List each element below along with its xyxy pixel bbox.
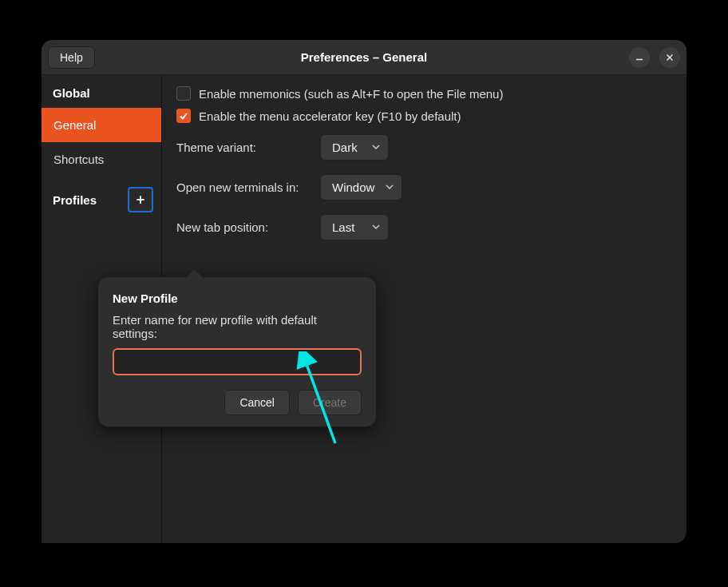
label-theme: Theme variant: xyxy=(176,141,312,154)
chevron-down-icon xyxy=(372,143,380,151)
label-accelerator: Enable the menu accelerator key (F10 by … xyxy=(199,109,461,123)
minimize-icon xyxy=(635,53,644,62)
select-open-in[interactable]: Window xyxy=(320,174,402,200)
close-icon xyxy=(665,53,675,62)
chevron-down-icon xyxy=(372,223,380,231)
row-open-in: Open new terminals in: Window xyxy=(176,171,672,203)
sidebar-header-profiles: Profiles + xyxy=(42,176,161,223)
window-title: Preferences – General xyxy=(42,50,686,64)
row-theme: Theme variant: Dark xyxy=(176,131,672,163)
row-mnemonics: Enable mnemonics (such as Alt+F to open … xyxy=(176,86,672,101)
minimize-button[interactable] xyxy=(629,47,650,68)
check-icon xyxy=(179,111,188,121)
plus-icon: + xyxy=(136,192,145,207)
popover-title: New Profile xyxy=(113,292,362,305)
select-theme[interactable]: Dark xyxy=(320,134,389,161)
preferences-window: Help Preferences – General Global Genera… xyxy=(42,40,686,543)
select-theme-value: Dark xyxy=(332,141,358,154)
label-tab-pos: New tab position: xyxy=(176,220,312,234)
label-mnemonics: Enable mnemonics (such as Alt+F to open … xyxy=(199,87,503,101)
create-button[interactable]: Create xyxy=(298,390,362,415)
add-profile-button[interactable]: + xyxy=(128,187,153,212)
profiles-label: Profiles xyxy=(53,193,97,207)
select-tab-pos[interactable]: Last xyxy=(320,214,389,240)
new-profile-popover: New Profile Enter name for new profile w… xyxy=(97,276,377,427)
profile-name-input[interactable] xyxy=(113,348,362,375)
sidebar-item-general[interactable]: General xyxy=(42,108,161,142)
select-open-in-value: Window xyxy=(332,180,374,194)
sidebar-item-shortcuts[interactable]: Shortcuts xyxy=(42,142,161,176)
close-button[interactable] xyxy=(659,47,680,68)
popover-actions: Cancel Create xyxy=(113,390,362,415)
checkbox-mnemonics[interactable] xyxy=(176,86,191,101)
checkbox-accelerator[interactable] xyxy=(176,109,191,123)
titlebar: Help Preferences – General xyxy=(42,40,686,75)
select-tab-pos-value: Last xyxy=(332,220,354,234)
help-button[interactable]: Help xyxy=(48,46,95,69)
chevron-down-icon xyxy=(386,183,394,191)
cancel-button[interactable]: Cancel xyxy=(224,390,290,415)
window-controls xyxy=(629,47,680,68)
sidebar-header-global: Global xyxy=(42,75,161,108)
popover-subtitle: Enter name for new profile with default … xyxy=(113,313,362,340)
row-accelerator: Enable the menu accelerator key (F10 by … xyxy=(176,109,672,123)
label-open-in: Open new terminals in: xyxy=(176,180,312,194)
row-tab-pos: New tab position: Last xyxy=(176,211,672,243)
